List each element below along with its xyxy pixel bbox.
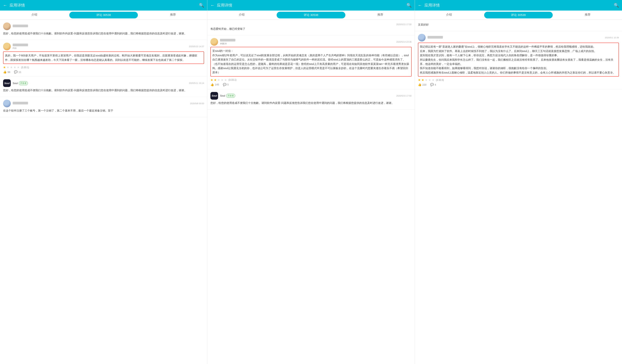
review-actions: 👍 98 💬 11 (3, 70, 204, 74)
user-info (13, 102, 188, 105)
like-icon: 👍 (418, 83, 422, 86)
tab-2[interactable]: 推荐 (346, 11, 415, 19)
panel-2: ← 应用详情 🔍 介绍评论 30538推荐2020/5/15 17:50有恋爱铃… (207, 0, 415, 364)
review-text: 至soul的一封信：作为soul的2年老用户，可以说见证了soul的发展全部过程… (210, 47, 411, 77)
review-item: 您好，给您的使用造成不便我们十分抱歉。请到软件内设置-问题和反馈您告诉我们您在使… (0, 20, 207, 40)
star-5: ★ (224, 78, 227, 82)
tab-1[interactable]: 评论 30538 (484, 12, 553, 19)
star-3: ★ (10, 65, 13, 69)
star-2: ★ (6, 65, 9, 69)
back-button[interactable]: ← (210, 3, 215, 8)
timestamp: 2020/5/14 23:36 (396, 41, 412, 43)
timestamp: 2020/5/8 00:50 (190, 102, 204, 105)
like-icon: 👍 (3, 70, 7, 74)
timestamp: 2020/5/10 14:37 (189, 45, 204, 48)
page-title: 应用详情 (10, 3, 196, 8)
user-tag: 米酱20 (220, 42, 394, 45)
review-item: P202020/5/10 14:37真的，我一个600多天用户，不知道算不算得上… (0, 40, 207, 77)
tab-0[interactable]: 介绍 (415, 11, 483, 19)
star-3: ★ (425, 78, 428, 82)
like-count: 98 (7, 71, 10, 74)
user-tag: P20 (13, 47, 187, 49)
star-1: ★ (210, 78, 213, 82)
comment-button[interactable]: 💬 5 (223, 83, 229, 86)
page-title: 应用详情 (217, 3, 404, 8)
developer-badge: 开发者 (226, 94, 235, 98)
user-avatar (3, 100, 11, 107)
rating-value: (3.33.1) (229, 78, 236, 81)
reviews-content: 文采好好2020/5/1 15:39我记得以前有一群"圣诞老人家的麋鹿"在sou… (415, 20, 622, 364)
username-blurred (428, 36, 443, 38)
tabs-bar: 介绍评论 30538推荐 (415, 11, 622, 20)
review-header: 2020/5/1 15:39 (418, 34, 619, 41)
review-header: Soul Soul 开发者 2020/5/11 16:14 (3, 79, 204, 87)
star-1: ★ (3, 65, 6, 69)
tabs-bar: 介绍评论 30538推荐 (207, 11, 414, 20)
review-text: 在这个软件注册了三个账号，第一个注销了，第二个基本不用，最后一个最近准备注销。至… (3, 109, 204, 113)
username-blurred (13, 102, 28, 104)
user-info (428, 36, 603, 39)
star-2: ★ (214, 78, 216, 82)
comment-icon: 💬 (430, 83, 434, 86)
username-blurred (13, 25, 28, 27)
username-blurred (220, 39, 235, 41)
review-item: 米酱202020/5/14 23:36至soul的一封信：作为soul的2年老用… (207, 35, 414, 89)
review-actions: 👍 145 💬 5 (210, 83, 411, 86)
user-avatar (3, 22, 11, 30)
page-title: 应用详情 (425, 3, 611, 8)
timestamp: 2020/5/1 15:39 (605, 37, 619, 39)
like-count: 220 (422, 83, 427, 86)
review-header: 米酱202020/5/14 23:36 (210, 38, 411, 46)
user-info (13, 25, 204, 28)
comment-button[interactable]: 💬 4 (430, 83, 436, 86)
tab-2[interactable]: 推荐 (553, 11, 622, 19)
soul-name-row: Soul 开发者 (13, 81, 187, 85)
tab-1[interactable]: 评论 30538 (277, 12, 345, 19)
search-button[interactable]: 🔍 (407, 3, 412, 8)
like-icon: 👍 (210, 83, 214, 86)
like-button[interactable]: 👍 145 (210, 83, 219, 86)
review-item: Soul Soul 开发者 2020/5/15 17:50您好，给您的使用造成不… (207, 89, 414, 109)
review-text: 有恋爱铃开始，都已经变味了 (210, 27, 411, 31)
comment-count: 5 (227, 83, 229, 86)
review-header (3, 22, 204, 30)
star-5: ★ (432, 78, 434, 82)
tab-2[interactable]: 推荐 (139, 11, 207, 19)
username-blurred (13, 44, 28, 46)
like-button[interactable]: 👍 220 (418, 83, 427, 86)
review-text: 我记得以前有一群"圣诞老人家的麋鹿"在soul上，很耐心地听完将我喜欢学长又不能… (418, 43, 619, 77)
search-button[interactable]: 🔍 (614, 3, 619, 8)
back-button[interactable]: ← (3, 3, 7, 8)
soul-avatar: Soul (210, 92, 218, 100)
reviews-content: 2020/5/15 17:50有恋爱铃开始，都已经变味了米酱202020/5/1… (207, 20, 414, 364)
developer-badge: 开发者 (19, 81, 28, 85)
star-5: ★ (17, 65, 19, 69)
tab-0[interactable]: 介绍 (0, 11, 69, 19)
review-header: Soul Soul 开发者 2020/5/15 17:50 (210, 92, 411, 100)
comment-button[interactable]: 💬 11 (14, 70, 21, 74)
star-3: ★ (217, 78, 220, 82)
user-info: Soul 开发者 (220, 94, 394, 98)
tab-0[interactable]: 介绍 (207, 11, 276, 19)
review-item: 文采好好 (415, 20, 622, 31)
tabs-bar: 介绍评论 30538推荐 (0, 11, 207, 20)
star-4: ★ (221, 78, 223, 82)
user-info: 米酱20 (220, 39, 394, 45)
review-text: 您好，给您的使用造成不便我们十分抱歉。请到软件内设置-问题和反馈您告诉我们您在使… (3, 31, 204, 36)
timestamp: 2020/5/15 17:50 (396, 23, 412, 25)
tab-1[interactable]: 评论 30538 (69, 12, 138, 19)
like-button[interactable]: 👍 98 (3, 70, 10, 74)
header-2: ← 应用详情 🔍 (207, 0, 414, 11)
soul-logo-text: Soul (4, 82, 10, 85)
username: Soul (220, 94, 225, 97)
comment-icon: 💬 (223, 83, 227, 86)
user-avatar (418, 34, 426, 41)
like-count: 145 (215, 83, 219, 86)
back-button[interactable]: ← (418, 3, 422, 8)
comment-count: 4 (435, 83, 436, 86)
username: Soul (13, 82, 18, 85)
search-button[interactable]: 🔍 (199, 3, 204, 8)
star-1: ★ (418, 78, 421, 82)
user-avatar (210, 38, 218, 46)
soul-name-row: Soul 开发者 (220, 94, 394, 98)
